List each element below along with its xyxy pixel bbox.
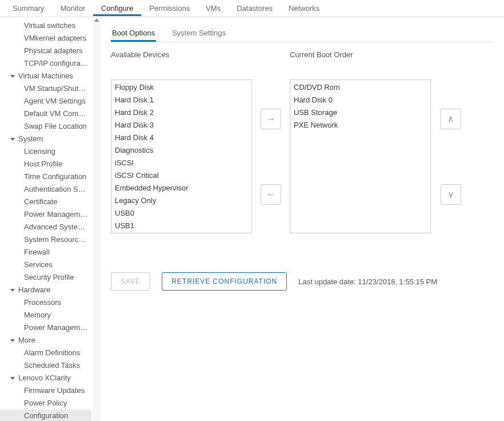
list-item[interactable]: Hard Disk 3 xyxy=(114,119,249,132)
list-item[interactable]: iSCSI xyxy=(114,157,249,169)
sidebar-item-certificate[interactable]: Certificate xyxy=(0,196,91,208)
sidebar-group-label: Virtual Machines xyxy=(18,72,73,81)
sidebar-item-power-policy[interactable]: Power Policy xyxy=(0,397,91,410)
sidebar-item-virtual-switches[interactable]: Virtual switches xyxy=(0,19,91,32)
sidebar-item-firmware-updates[interactable]: Firmware Updates xyxy=(0,384,91,397)
caret-down-icon xyxy=(10,377,15,380)
move-left-button[interactable]: ← xyxy=(261,184,281,205)
sidebar: Virtual switchesVMkernel adaptersPhysica… xyxy=(0,17,101,421)
available-devices-list[interactable]: Floppy DiskHard Disk 1Hard Disk 2Hard Di… xyxy=(111,80,252,233)
list-item[interactable]: Hard Disk 1 xyxy=(114,94,249,106)
sidebar-group-hardware[interactable]: Hardware xyxy=(0,284,101,296)
sidebar-group-label: System xyxy=(18,134,43,144)
sidebar-item-vmkernel-adapters[interactable]: VMkernel adapters xyxy=(0,32,91,45)
list-item[interactable]: PXE Network xyxy=(293,119,428,132)
sidebar-item-memory[interactable]: Memory xyxy=(0,309,91,321)
save-button[interactable]: SAVE xyxy=(111,272,150,291)
list-item[interactable]: USB Storage xyxy=(293,106,428,119)
sidebar-item-processors[interactable]: Processors xyxy=(0,296,91,309)
last-update-text: Last update date: 11/23/2018, 1:55:15 PM xyxy=(298,277,437,286)
sidebar-item-power-management[interactable]: Power Management xyxy=(0,321,91,334)
sidebar-item-alarm-definitions[interactable]: Alarm Definitions xyxy=(0,347,91,359)
sidebar-item-services[interactable]: Services xyxy=(0,259,91,271)
list-item[interactable]: USB1 xyxy=(114,220,249,232)
arrow-left-icon: ← xyxy=(266,189,275,200)
list-item[interactable]: USB0 xyxy=(114,207,249,220)
sidebar-item-tcp-ip-configuration[interactable]: TCP/IP configuration xyxy=(0,57,91,70)
list-item[interactable]: iSCSI Critical xyxy=(114,169,249,182)
sidebar-item-licensing[interactable]: Licensing xyxy=(0,145,91,158)
sidebar-item-physical-adapters[interactable]: Physical adapters xyxy=(0,45,91,57)
available-devices-label: Available Devices xyxy=(111,50,290,59)
content-area: Boot Options System Settings Available D… xyxy=(101,17,504,421)
retrieve-configuration-button[interactable]: RETRIEVE CONFIGURATION xyxy=(162,272,287,291)
sidebar-group-system[interactable]: System xyxy=(0,133,101,145)
sidebar-item-configuration[interactable]: Configuration xyxy=(0,410,91,421)
top-tabs: Summary Monitor Configure Permissions VM… xyxy=(0,0,504,17)
sidebar-item-vm-startup-shutdo-[interactable]: VM Startup/Shutdo.. xyxy=(0,82,91,95)
sidebar-group-more[interactable]: More xyxy=(0,334,101,347)
move-up-button[interactable]: ∧ xyxy=(441,109,461,129)
subtab-system-settings[interactable]: System Settings xyxy=(171,25,227,42)
list-item[interactable]: Hard Disk 2 xyxy=(114,106,249,119)
current-boot-order-list[interactable]: CD/DVD RomHard Disk 0USB StoragePXE Netw… xyxy=(290,80,431,233)
tab-summary[interactable]: Summary xyxy=(5,1,53,16)
list-item[interactable]: Embedded Hypervisor xyxy=(114,182,249,194)
chevron-up-icon: ∧ xyxy=(447,113,454,124)
caret-down-icon xyxy=(10,289,15,292)
list-item[interactable]: USB2 xyxy=(114,232,249,233)
sidebar-group-label: More xyxy=(18,336,35,345)
caret-down-icon xyxy=(10,339,15,342)
tab-monitor[interactable]: Monitor xyxy=(53,1,93,16)
sidebar-group-virtual-machines[interactable]: Virtual Machines xyxy=(0,70,101,82)
subtab-boot-options[interactable]: Boot Options xyxy=(111,25,156,42)
tab-vms[interactable]: VMs xyxy=(198,1,229,16)
sub-tabs: Boot Options System Settings xyxy=(111,25,494,42)
sidebar-item-swap-file-location[interactable]: Swap File Location xyxy=(0,120,91,133)
sidebar-item-time-configuration[interactable]: Time Configuration xyxy=(0,170,91,183)
list-item[interactable]: Hard Disk 0 xyxy=(293,94,428,106)
arrow-right-icon: → xyxy=(266,114,275,124)
sidebar-item-agent-vm-settings[interactable]: Agent VM Settings xyxy=(0,95,91,108)
current-boot-order-label: Current Boot Order xyxy=(290,50,353,59)
tab-configure[interactable]: Configure xyxy=(93,1,141,16)
caret-down-icon xyxy=(10,138,15,141)
caret-down-icon xyxy=(10,75,15,78)
sidebar-item-authentication-servi-[interactable]: Authentication Servi.. xyxy=(0,183,91,196)
list-item[interactable]: Hard Disk 4 xyxy=(114,132,249,144)
sidebar-item-power-management[interactable]: Power Management xyxy=(0,208,91,221)
tab-networks[interactable]: Networks xyxy=(281,1,327,16)
sidebar-group-label: Lenovo XClarity xyxy=(18,374,71,383)
tab-datastores[interactable]: Datastores xyxy=(229,1,281,16)
sidebar-item-advanced-system-s-[interactable]: Advanced System S.. xyxy=(0,221,91,233)
tab-permissions[interactable]: Permissions xyxy=(141,1,198,16)
list-item[interactable]: Floppy Disk xyxy=(114,81,249,94)
list-item[interactable]: CD/DVD Rom xyxy=(293,81,428,94)
list-item[interactable]: Legacy Only xyxy=(114,194,249,207)
move-right-button[interactable]: → xyxy=(261,109,281,129)
scroll-up-icon xyxy=(94,18,99,22)
sidebar-group-lenovo-xclarity[interactable]: Lenovo XClarity xyxy=(0,372,101,384)
move-down-button[interactable]: ∨ xyxy=(441,184,461,205)
sidebar-item-firewall[interactable]: Firewall xyxy=(0,246,91,259)
sidebar-item-scheduled-tasks[interactable]: Scheduled Tasks xyxy=(0,359,91,372)
sidebar-item-default-vm-compati-[interactable]: Default VM Compati.. xyxy=(0,108,91,120)
sidebar-item-system-resource-re-[interactable]: System Resource Re.. xyxy=(0,233,91,246)
sidebar-item-host-profile[interactable]: Host Profile xyxy=(0,158,91,170)
sidebar-item-security-profile[interactable]: Security Profile xyxy=(0,271,91,284)
sidebar-scrollbar[interactable] xyxy=(93,17,101,421)
sidebar-group-label: Hardware xyxy=(18,285,50,295)
chevron-down-icon: ∨ xyxy=(447,189,454,200)
list-item[interactable]: Diagnostics xyxy=(114,144,249,157)
